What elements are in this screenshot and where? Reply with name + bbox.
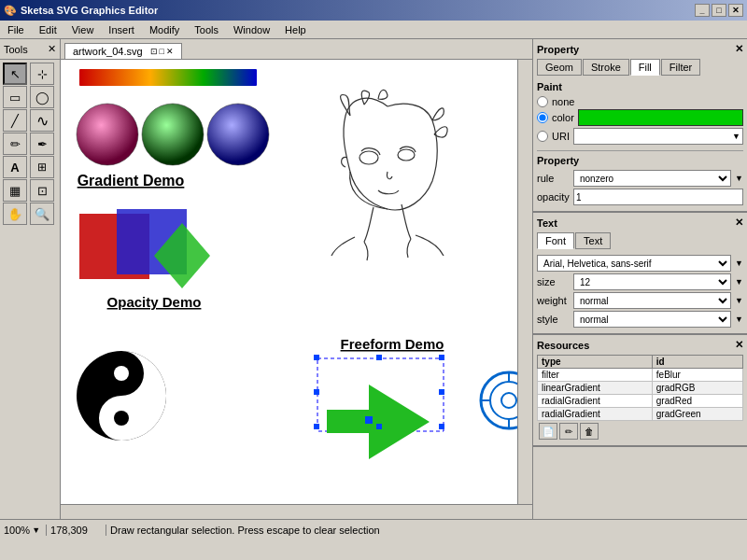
svg-rect-17	[439, 355, 444, 360]
tool-image[interactable]: ⊞	[30, 156, 54, 178]
tool-zoom[interactable]: 🔍	[30, 203, 54, 225]
rule-dropdown[interactable]: nonzero	[573, 170, 731, 187]
paint-color-radio[interactable]	[537, 112, 548, 123]
svg-text:Freeform Demo: Freeform Demo	[341, 336, 444, 352]
size-arrow: ▼	[735, 277, 743, 287]
resources-panel-close[interactable]: ✕	[735, 339, 743, 351]
resources-table: type id filter feBlur linearGradient gra…	[537, 355, 743, 421]
tool-select[interactable]: ↖	[3, 63, 27, 85]
res-delete-button[interactable]: 🗑	[580, 423, 599, 440]
svg-text:Gradient  Demo: Gradient Demo	[78, 173, 185, 189]
paint-label: Paint	[537, 81, 743, 92]
uri-dropdown-arrow[interactable]: ▼	[732, 132, 740, 141]
tab-text[interactable]: Text	[575, 232, 611, 249]
zoom-dropdown-arrow[interactable]: ▼	[32, 525, 40, 535]
res-new-button[interactable]: 📄	[539, 423, 557, 440]
text-panel-close[interactable]: ✕	[735, 217, 743, 229]
rule-label: rule	[537, 173, 570, 184]
tab-maximize-icon[interactable]: □	[160, 47, 164, 56]
res-edit-button[interactable]: ✏	[559, 423, 578, 440]
tab-stroke[interactable]: Stroke	[583, 59, 629, 76]
menu-tools[interactable]: Tools	[190, 23, 222, 36]
style-arrow: ▼	[735, 315, 743, 324]
rule-arrow: ▼	[735, 174, 743, 183]
menu-edit[interactable]: Edit	[35, 23, 61, 36]
svg-point-25	[490, 382, 517, 419]
tool-gradient[interactable]: ▦	[3, 179, 27, 202]
svg-point-31	[359, 151, 378, 164]
canvas-scrollbar-v[interactable]	[517, 60, 532, 504]
svg-point-11	[114, 411, 129, 426]
tool-hand[interactable]: ✋	[3, 203, 27, 225]
resource-row-1[interactable]: linearGradient gradRGB	[538, 382, 743, 395]
menu-insert[interactable]: Insert	[105, 23, 138, 36]
res-type-0: filter	[538, 369, 653, 382]
tool-text[interactable]: A	[3, 156, 27, 178]
menu-file[interactable]: File	[4, 23, 28, 36]
tab-restore-icon[interactable]: ⊡	[150, 47, 158, 56]
tab-close-icon[interactable]: ✕	[166, 47, 174, 56]
size-dropdown[interactable]: 12	[573, 273, 731, 290]
tool-bezier[interactable]: ∿	[30, 109, 54, 132]
tab-filter[interactable]: Filter	[661, 59, 700, 76]
color-swatch[interactable]	[578, 109, 743, 126]
svg-rect-0	[79, 69, 257, 86]
tools-header: Tools ✕	[0, 39, 60, 60]
menu-help[interactable]: Help	[281, 23, 310, 36]
resources-panel-header: Resources ✕	[537, 339, 743, 351]
text-panel-title: Text	[537, 217, 557, 229]
app-icon: 🎨	[4, 5, 17, 17]
resource-row-3[interactable]: radialGradient gradGreen	[538, 408, 743, 421]
resource-row-0[interactable]: filter feBlur	[538, 369, 743, 382]
style-dropdown[interactable]: normal	[573, 311, 731, 328]
paint-color-row: color	[537, 109, 743, 126]
opacity-input[interactable]	[573, 189, 743, 205]
tool-rectangle[interactable]: ▭	[3, 86, 27, 108]
tool-eyedropper[interactable]: ⊡	[30, 179, 54, 202]
svg-point-26	[501, 393, 516, 408]
paint-uri-label: URI	[552, 131, 570, 142]
menu-view[interactable]: View	[68, 23, 98, 36]
tool-node-edit[interactable]: ⊹	[30, 63, 54, 85]
canvas-scrollbar-h[interactable]	[61, 504, 532, 519]
weight-dropdown[interactable]: normal	[573, 292, 731, 309]
text-panel: Text ✕ Font Text Arial, Helvetica, sans-…	[533, 213, 747, 335]
weight-label: weight	[537, 295, 570, 306]
property-panel-close[interactable]: ✕	[735, 43, 743, 55]
svg-rect-21	[376, 424, 382, 429]
opacity-row: opacity	[537, 189, 743, 205]
res-id-3: gradGreen	[652, 408, 742, 421]
tool-ellipse[interactable]: ◯	[30, 86, 54, 108]
font-family-arrow: ▼	[735, 259, 743, 268]
tools-close-icon[interactable]: ✕	[48, 43, 56, 55]
svg-marker-14	[327, 385, 430, 459]
tab-geom[interactable]: Geom	[537, 59, 582, 76]
paint-none-radio[interactable]	[537, 96, 548, 107]
svg-point-10	[114, 366, 129, 381]
menu-modify[interactable]: Modify	[146, 23, 183, 36]
font-family-dropdown[interactable]: Arial, Helvetica, sans-serif	[537, 255, 731, 272]
svg-rect-16	[376, 355, 382, 360]
tab-font[interactable]: Font	[537, 232, 574, 249]
tab-icons: ⊡ □ ✕	[150, 47, 174, 56]
status-coords: 178,309	[50, 525, 106, 536]
canvas-area: artwork_04.svg ⊡ □ ✕	[61, 39, 532, 519]
font-style-row: style normal ▼	[537, 311, 743, 328]
size-label: size	[537, 276, 570, 287]
canvas-tab-artwork[interactable]: artwork_04.svg ⊡ □ ✕	[64, 43, 182, 59]
tool-pen[interactable]: ✒	[30, 133, 54, 155]
maximize-button[interactable]: □	[712, 4, 726, 17]
menu-window[interactable]: Window	[230, 23, 274, 36]
font-weight-row: weight normal ▼	[537, 292, 743, 309]
close-button[interactable]: ✕	[728, 4, 743, 17]
tab-fill[interactable]: Fill	[630, 59, 660, 76]
paint-none-label: none	[552, 96, 574, 107]
canvas-inner: Gradient Demo Opacity Demo	[61, 60, 517, 504]
minimize-button[interactable]: _	[695, 4, 710, 17]
tool-pencil[interactable]: ✏	[3, 133, 27, 155]
resource-row-2[interactable]: radialGradient gradRed	[538, 395, 743, 408]
tool-line[interactable]: ╱	[3, 109, 27, 132]
tab-filename: artwork_04.svg	[73, 46, 143, 57]
canvas-content[interactable]: Gradient Demo Opacity Demo	[61, 60, 517, 504]
paint-uri-radio[interactable]	[537, 131, 548, 142]
